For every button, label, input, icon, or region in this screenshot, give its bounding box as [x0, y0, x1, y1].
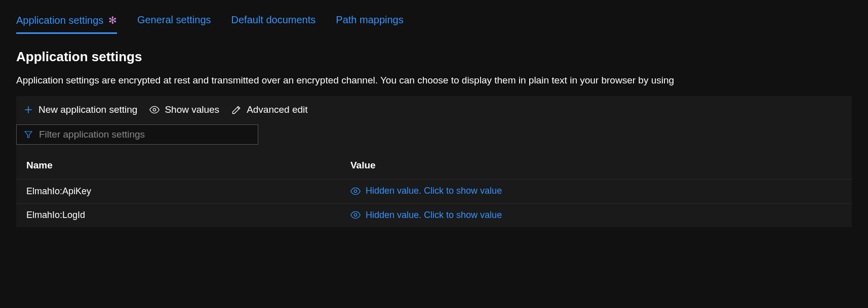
table-row[interactable]: ElmahIo:LogId Hidden value. Click to sho…	[16, 203, 852, 228]
filter-box[interactable]	[16, 124, 258, 145]
dirty-indicator-icon: ✻	[108, 15, 117, 26]
tab-path-mappings[interactable]: Path mappings	[336, 14, 403, 34]
setting-name: ElmahIo:ApiKey	[26, 186, 350, 197]
hidden-value-label: Hidden value. Click to show value	[366, 186, 502, 196]
pencil-icon	[231, 105, 242, 115]
table-row[interactable]: ElmahIo:ApiKey Hidden value. Click to sh…	[16, 179, 852, 203]
advanced-edit-button[interactable]: Advanced edit	[231, 104, 307, 115]
tab-label: Default documents	[231, 14, 316, 25]
hidden-value-label: Hidden value. Click to show value	[366, 210, 502, 221]
section-title: Application settings	[0, 34, 868, 70]
tabs-bar: Application settings ✻ General settings …	[0, 0, 868, 34]
svg-point-5	[354, 213, 357, 216]
new-application-setting-button[interactable]: New application setting	[23, 104, 137, 115]
tab-label: Application settings	[16, 15, 103, 26]
column-header-name[interactable]: Name	[26, 160, 350, 171]
svg-point-2	[153, 108, 156, 111]
tab-label: General settings	[137, 14, 211, 25]
tab-label: Path mappings	[336, 14, 403, 25]
toolbar-label: New application setting	[38, 104, 137, 115]
toolbar-label: Show values	[165, 104, 219, 115]
tab-application-settings[interactable]: Application settings ✻	[16, 14, 117, 34]
eye-icon	[350, 211, 361, 218]
tab-default-documents[interactable]: Default documents	[231, 14, 316, 34]
hidden-value-link[interactable]: Hidden value. Click to show value	[350, 186, 502, 196]
show-values-button[interactable]: Show values	[149, 104, 219, 115]
toolbar-container: New application setting Show values Adva…	[16, 96, 852, 227]
hidden-value-link[interactable]: Hidden value. Click to show value	[350, 210, 502, 221]
table-header: Name Value	[16, 145, 852, 179]
filter-row	[16, 123, 852, 145]
tab-general-settings[interactable]: General settings	[137, 14, 211, 34]
column-header-value[interactable]: Value	[350, 160, 842, 171]
section-description: Application settings are encrypted at re…	[0, 70, 868, 96]
svg-line-3	[238, 107, 239, 109]
table-body: ElmahIo:ApiKey Hidden value. Click to sh…	[16, 179, 852, 227]
eye-icon	[350, 188, 361, 195]
settings-table: Name Value ElmahIo:ApiKey Hidden value. …	[16, 145, 852, 227]
filter-icon	[24, 130, 33, 139]
toolbar: New application setting Show values Adva…	[16, 96, 852, 123]
plus-icon	[23, 105, 33, 115]
filter-input[interactable]	[39, 129, 251, 140]
setting-name: ElmahIo:LogId	[26, 210, 350, 221]
toolbar-label: Advanced edit	[247, 104, 307, 115]
eye-icon	[149, 105, 160, 115]
svg-point-4	[354, 190, 357, 192]
